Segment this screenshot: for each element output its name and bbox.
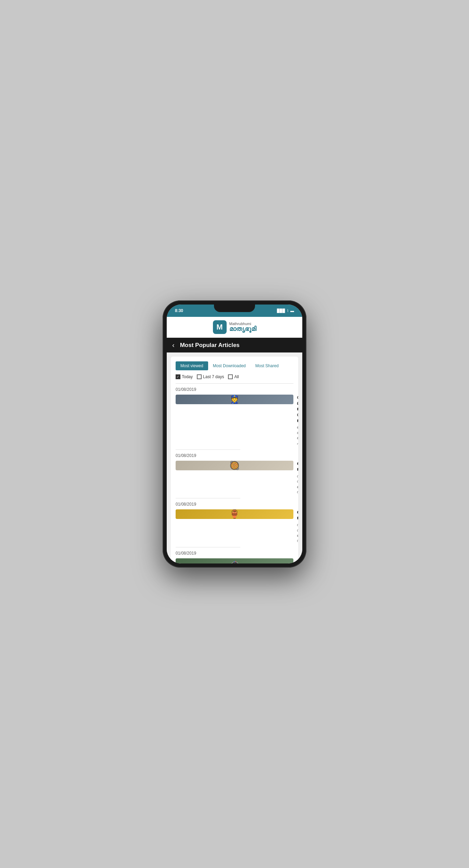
page-title: Most Popular Articles <box>180 342 240 349</box>
article-thumb-3: 🏺 <box>176 509 293 519</box>
article-text-3: ഒറ്റക്ലിക്കിൽ ഇനി ജയിൽ രുചി നാടോടുമ്പോൾ … <box>297 509 298 543</box>
article-desc-3: നാടോടുമ്പോൾ നടുവേ ഓടണമെന്നാണല്ലോ നാട്ടുന… <box>297 522 298 544</box>
article-desc-2: നാടോടുമ്പോൾ നടുവേ ഓടണമെന്നാണല്ലോ നാട്ടുന… <box>297 474 298 495</box>
articles-card: Most viewed Most Downloaded Most Shared … <box>171 357 298 563</box>
battery-icon: ▬ <box>290 309 294 313</box>
notch <box>214 305 255 312</box>
article-thumb-4: 🚓 <box>176 558 293 563</box>
back-button[interactable]: ‹ <box>172 341 175 349</box>
thumb-icon-3: 🏺 <box>229 509 240 519</box>
nav-bar: ‹ Most Popular Articles <box>167 338 302 352</box>
article-item-3[interactable]: 🏺 ഒറ്റക്ലിക്കിൽ ഇനി ജയിൽ രുചി നാടോടുമ്പോ… <box>176 509 293 543</box>
tabs-container: Most viewed Most Downloaded Most Shared <box>176 361 293 370</box>
article-desc-1: ഓൺലൈൻ ഭക്ഷണവിതരണം കൊച്ചിയിലെ ഏറ്റവും പ്ര… <box>297 425 298 446</box>
article-divider-1 <box>176 449 240 450</box>
article-item-1[interactable]: 👮 ആശയം മുന്നോട്ടുവെച്ചത് ജയിൽ ഡി.ജി.പി. … <box>176 395 293 446</box>
filters-container: ✓ Today Last 7 days All <box>176 374 293 379</box>
article-title-3: ഒറ്റക്ലിക്കിൽ ഇനി ജയിൽ രുചി <box>297 509 298 521</box>
last7-label: Last 7 days <box>203 374 224 379</box>
article-divider-2 <box>176 498 240 498</box>
all-label: All <box>234 374 239 379</box>
status-bar: 8:30 ▉▉▉ ⌇ ▬ <box>167 305 302 317</box>
filter-divider <box>176 383 293 384</box>
article-title-4: ഒറ്റക്ലിക്കിൽ ഇനി ജയിൽ രുചി <box>297 558 298 563</box>
date-label-3: 01/08/2019 <box>176 502 293 507</box>
article-item-4[interactable]: 🚓 ഒറ്റക്ലിക്കിൽ ഇനി ജയിൽ രുചി നാടോടുമ്പോ… <box>176 558 293 563</box>
filter-last7[interactable]: Last 7 days <box>197 374 224 379</box>
content-area: Most viewed Most Downloaded Most Shared … <box>167 352 302 563</box>
logo-text: Mathrubhumi മാതൃഭൂമി <box>229 322 256 333</box>
filter-all[interactable]: All <box>228 374 239 379</box>
thumb-icon-2: 🥘 <box>229 461 240 470</box>
article-text-2: ഒറ്റക്ലിക്കിൽ ഇനി ജയിൽ രുചി നാടോടുമ്പോൾ … <box>297 461 298 495</box>
article-thumb-2: 🥘 <box>176 461 293 470</box>
filter-today[interactable]: ✓ Today <box>176 374 193 379</box>
phone-frame: 8:30 ▉▉▉ ⌇ ▬ M Mathrubhumi മാതൃഭൂമി ‹ Mo… <box>163 300 306 568</box>
status-time: 8:30 <box>175 308 183 313</box>
today-label: Today <box>182 374 193 379</box>
status-icons: ▉▉▉ ⌇ ▬ <box>277 309 294 313</box>
phone-screen: 8:30 ▉▉▉ ⌇ ▬ M Mathrubhumi മാതൃഭൂമി ‹ Mo… <box>167 305 302 563</box>
article-title-1: ആശയം മുന്നോട്ടുവെച്ചത് ജയിൽ ഡി.ജി.പി. ജഷ… <box>297 395 298 423</box>
signal-icon: ▉▉▉ <box>277 309 285 313</box>
article-text-4: ഒറ്റക്ലിക്കിൽ ഇനി ജയിൽ രുചി നാടോടുമ്പോൾ … <box>297 558 298 563</box>
logo-container: M Mathrubhumi മാതൃഭൂമി <box>213 320 256 334</box>
thumb-icon-1: 👮 <box>229 395 240 404</box>
tab-most-viewed[interactable]: Most viewed <box>176 361 208 370</box>
logo-icon: M <box>213 320 227 334</box>
article-text-1: ആശയം മുന്നോട്ടുവെച്ചത് ജയിൽ ഡി.ജി.പി. ജഷ… <box>297 395 298 446</box>
app-header: M Mathrubhumi മാതൃഭൂമി <box>167 317 302 338</box>
logo-malayalam: മാതൃഭൂമി <box>229 326 256 333</box>
date-label-4: 01/08/2019 <box>176 551 293 556</box>
tab-most-downloaded[interactable]: Most Downloaded <box>208 361 251 370</box>
thumb-icon-4: 🚓 <box>229 558 240 563</box>
article-title-2: ഒറ്റക്ലിക്കിൽ ഇനി ജയിൽ രുചി <box>297 461 298 472</box>
today-checkbox[interactable]: ✓ <box>176 374 180 379</box>
date-label-1: 01/08/2019 <box>176 387 293 392</box>
date-label-2: 01/08/2019 <box>176 453 293 458</box>
all-checkbox[interactable] <box>228 374 233 379</box>
last7-checkbox[interactable] <box>197 374 202 379</box>
tab-most-shared[interactable]: Most Shared <box>251 361 283 370</box>
article-item-2[interactable]: 🥘 ഒറ്റക്ലിക്കിൽ ഇനി ജയിൽ രുചി നാടോടുമ്പോ… <box>176 461 293 495</box>
article-thumb-1: 👮 <box>176 395 293 404</box>
wifi-icon: ⌇ <box>287 309 289 313</box>
article-divider-3 <box>176 547 240 547</box>
